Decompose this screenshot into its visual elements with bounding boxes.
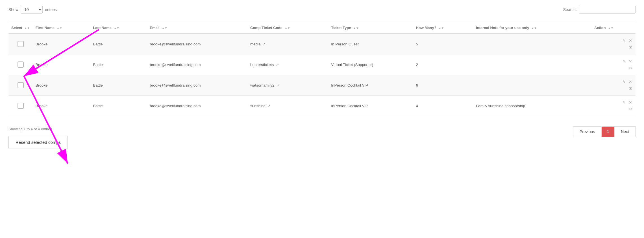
page-number-1[interactable]: 1	[601, 126, 614, 137]
cell-first-name: Brooke	[33, 54, 90, 75]
col-header-ticket-type: Ticket Type ▲▼	[328, 22, 413, 34]
cell-first-name: Brooke	[33, 96, 90, 116]
data-table: Select ▲▼ First Name ▲▼ Last Name ▲▼ Ema…	[8, 22, 636, 116]
cell-how-many: 6	[413, 75, 473, 96]
table-row: BrookeBattlebrooke@swellfundraising.comm…	[8, 34, 636, 54]
delete-button[interactable]: ✕	[628, 79, 633, 85]
table-body: BrookeBattlebrooke@swellfundraising.comm…	[8, 34, 636, 116]
cell-ticket-type: In Person Guest	[328, 34, 413, 54]
sort-note-icon[interactable]: ▲▼	[531, 27, 537, 30]
sort-action-icon[interactable]: ▲▼	[608, 27, 613, 30]
email-button[interactable]: ✉	[628, 86, 633, 91]
cell-how-many: 2	[413, 54, 473, 75]
cell-last-name: Battle	[90, 34, 147, 54]
col-header-internal-note: Internal Note for your use only ▲▼	[473, 22, 591, 34]
show-label: Show	[8, 7, 18, 12]
cell-comp-code: media ↗	[247, 34, 328, 54]
resend-button[interactable]: Resend selected comps	[8, 136, 68, 149]
checkbox-cell	[8, 34, 33, 54]
sort-email-icon[interactable]: ▲▼	[162, 27, 167, 30]
bottom-area: Showing 1 to 4 of 4 entries Resend selec…	[8, 122, 636, 149]
page-container: Show 10 25 50 100 entries Search: Select…	[8, 6, 636, 149]
delete-button[interactable]: ✕	[628, 100, 633, 105]
cell-internal-note	[473, 34, 591, 54]
cell-email: brooke@swellfundraising.com	[147, 96, 247, 116]
external-link-icon[interactable]: ↗	[277, 83, 279, 87]
cell-how-many: 4	[413, 96, 473, 116]
cell-comp-code: watsonfamily2 ↗	[247, 75, 328, 96]
delete-button[interactable]: ✕	[628, 58, 633, 64]
sort-howmany-icon[interactable]: ▲▼	[438, 27, 444, 30]
email-button[interactable]: ✉	[628, 106, 633, 112]
cell-action: ✎ ✕ ✉	[591, 54, 636, 75]
row-checkbox-0[interactable]	[18, 41, 24, 47]
sort-compcode-icon[interactable]: ▲▼	[284, 27, 290, 30]
cell-how-many: 5	[413, 34, 473, 54]
next-button[interactable]: Next	[614, 126, 636, 137]
row-checkbox-1[interactable]	[18, 61, 24, 68]
sort-tickettype-icon[interactable]: ▲▼	[353, 27, 359, 30]
cell-email: brooke@swellfundraising.com	[147, 75, 247, 96]
row-checkbox-3[interactable]	[18, 103, 24, 109]
previous-button[interactable]: Previous	[573, 126, 601, 137]
sort-firstname-icon[interactable]: ▲▼	[57, 27, 62, 30]
delete-button[interactable]: ✕	[628, 38, 633, 43]
col-header-first-name: First Name ▲▼	[33, 22, 90, 34]
entries-label: entries	[45, 7, 57, 12]
cell-email: brooke@swellfundraising.com	[147, 34, 247, 54]
cell-action: ✎ ✕ ✉	[591, 75, 636, 96]
checkbox-cell	[8, 75, 33, 96]
cell-action: ✎ ✕ ✉	[591, 96, 636, 116]
edit-button[interactable]: ✎	[622, 38, 626, 43]
email-button[interactable]: ✉	[628, 65, 633, 71]
search-input[interactable]	[579, 6, 636, 14]
col-header-how-many: How Many? ▲▼	[413, 22, 473, 34]
external-link-icon[interactable]: ↗	[268, 104, 271, 108]
sort-lastname-icon[interactable]: ▲▼	[114, 27, 119, 30]
cell-ticket-type: Virtual Ticket (Supporter)	[328, 54, 413, 75]
pagination: Previous 1 Next	[573, 126, 636, 137]
cell-first-name: Brooke	[33, 34, 90, 54]
cell-internal-note	[473, 75, 591, 96]
external-link-icon[interactable]: ↗	[263, 42, 266, 46]
col-header-select: Select ▲▼	[8, 22, 33, 34]
email-button[interactable]: ✉	[628, 45, 633, 50]
col-header-comp-code: Comp Ticket Code ▲▼	[247, 22, 328, 34]
edit-button[interactable]: ✎	[622, 100, 626, 105]
edit-button[interactable]: ✎	[622, 79, 626, 85]
checkbox-cell	[8, 96, 33, 116]
search-area: Search:	[563, 6, 636, 14]
sort-select-icon[interactable]: ▲▼	[24, 27, 30, 30]
showing-text: Showing 1 to 4 of 4 entries	[8, 125, 68, 131]
cell-ticket-type: InPerson Cocktail VIP	[328, 96, 413, 116]
cell-internal-note	[473, 54, 591, 75]
show-entries: Show 10 25 50 100 entries	[8, 6, 57, 14]
col-header-last-name: Last Name ▲▼	[90, 22, 147, 34]
table-row: BrookeBattlebrooke@swellfundraising.coms…	[8, 96, 636, 116]
cell-internal-note: Family sunshine sponsorship	[473, 96, 591, 116]
row-checkbox-2[interactable]	[18, 82, 24, 88]
table-row: BrookeBattlebrooke@swellfundraising.comw…	[8, 75, 636, 96]
cell-last-name: Battle	[90, 96, 147, 116]
cell-comp-code: sunshine ↗	[247, 96, 328, 116]
cell-email: brooke@swellfundraising.com	[147, 54, 247, 75]
cell-action: ✎ ✕ ✉	[591, 34, 636, 54]
col-header-action: Action ▲▼	[591, 22, 636, 34]
cell-first-name: Brooke	[33, 75, 90, 96]
table-header-row: Select ▲▼ First Name ▲▼ Last Name ▲▼ Ema…	[8, 22, 636, 34]
cell-last-name: Battle	[90, 54, 147, 75]
bottom-left: Showing 1 to 4 of 4 entries Resend selec…	[8, 125, 68, 149]
table-row: BrookeBattlebrooke@swellfundraising.comh…	[8, 54, 636, 75]
cell-ticket-type: InPerson Cocktail VIP	[328, 75, 413, 96]
entries-select[interactable]: 10 25 50 100	[21, 6, 43, 14]
cell-comp-code: hunterstickets ↗	[247, 54, 328, 75]
cell-last-name: Battle	[90, 75, 147, 96]
top-controls: Show 10 25 50 100 entries Search:	[8, 6, 636, 14]
edit-button[interactable]: ✎	[622, 58, 626, 64]
checkbox-cell	[8, 54, 33, 75]
col-header-email: Email ▲▼	[147, 22, 247, 34]
external-link-icon[interactable]: ↗	[276, 63, 279, 67]
search-label: Search:	[563, 7, 577, 12]
